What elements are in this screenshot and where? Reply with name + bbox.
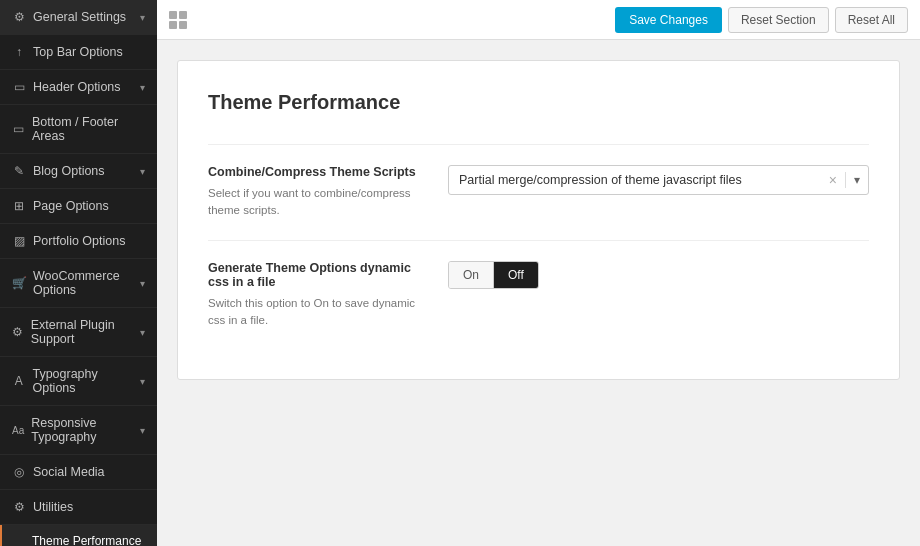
option-control-combine: Partial merge/compression of theme javas… — [448, 165, 869, 195]
chevron-icon-resp-typo: ▾ — [140, 425, 145, 436]
topbar-icon: ↑ — [12, 45, 26, 59]
content-area: Theme Performance Combine/Compress Theme… — [157, 40, 920, 546]
chevron-icon-typo: ▾ — [140, 376, 145, 387]
sidebar-label-portfolio: Portfolio Options — [33, 234, 125, 248]
gear-icon: ⚙ — [12, 10, 26, 24]
sidebar-label-header: Header Options — [33, 80, 121, 94]
typography-icon: A — [12, 374, 25, 388]
woo-icon: 🛒 — [12, 276, 26, 290]
blog-icon: ✎ — [12, 164, 26, 178]
footer-icon: ▭ — [12, 122, 25, 136]
topbar-left — [169, 11, 187, 29]
option-desc-dynamic: Switch this option to On to save dynamic… — [208, 295, 428, 330]
sidebar-label-responsive-typo: Responsive Typography — [31, 416, 140, 444]
option-desc-combine: Select if you want to combine/compress t… — [208, 185, 428, 220]
topbar: Save Changes Reset Section Reset All — [157, 0, 920, 40]
sidebar-label-footer: Bottom / Footer Areas — [32, 115, 145, 143]
header-icon: ▭ — [12, 80, 26, 94]
sidebar-item-page-options[interactable]: ⊞ Page Options — [0, 189, 157, 224]
option-label-area-dynamic: Generate Theme Options dynamic css in a … — [208, 261, 428, 330]
sidebar-label-blog: Blog Options — [33, 164, 105, 178]
sidebar-item-utilities[interactable]: ⚙ Utilities — [0, 490, 157, 525]
sidebar-item-typography-options[interactable]: A Typography Options ▾ — [0, 357, 157, 406]
utilities-icon: ⚙ — [12, 500, 26, 514]
option-label-area-combine: Combine/Compress Theme Scripts Select if… — [208, 165, 428, 220]
sidebar-label-top-bar: Top Bar Options — [33, 45, 123, 59]
sidebar-label-woo: WooCommerce Options — [33, 269, 140, 297]
select-combine-compress[interactable]: Partial merge/compression of theme javas… — [448, 165, 869, 195]
grid-icon — [169, 11, 187, 29]
chevron-icon: ▾ — [140, 12, 145, 23]
topbar-buttons: Save Changes Reset Section Reset All — [615, 7, 908, 33]
social-icon: ◎ — [12, 465, 26, 479]
sidebar-item-header-options[interactable]: ▭ Header Options ▾ — [0, 70, 157, 105]
sidebar-label-page: Page Options — [33, 199, 109, 213]
sidebar-label-social: Social Media — [33, 465, 105, 479]
sidebar-label-typography: Typography Options — [32, 367, 140, 395]
sidebar-subitem-theme-performance[interactable]: Theme Performance — [0, 525, 157, 546]
toggle-on-button[interactable]: On — [449, 262, 494, 288]
option-row-combine-compress: Combine/Compress Theme Scripts Select if… — [208, 144, 869, 240]
sidebar: ⚙ General Settings ▾ ↑ Top Bar Options ▭… — [0, 0, 157, 546]
select-value-combine: Partial merge/compression of theme javas… — [449, 166, 821, 194]
sidebar-item-social-media[interactable]: ◎ Social Media — [0, 455, 157, 490]
sidebar-item-top-bar-options[interactable]: ↑ Top Bar Options — [0, 35, 157, 70]
sidebar-label-general-settings: General Settings — [33, 10, 126, 24]
portfolio-icon: ▨ — [12, 234, 26, 248]
sidebar-item-woocommerce-options[interactable]: 🛒 WooCommerce Options ▾ — [0, 259, 157, 308]
option-control-dynamic: On Off — [448, 261, 869, 289]
subitem-label-theme-performance: Theme Performance — [32, 534, 141, 546]
sidebar-item-general-settings[interactable]: ⚙ General Settings ▾ — [0, 0, 157, 35]
sidebar-item-footer-areas[interactable]: ▭ Bottom / Footer Areas — [0, 105, 157, 154]
page-icon: ⊞ — [12, 199, 26, 213]
plugin-icon: ⚙ — [12, 325, 24, 339]
select-arrow-icon[interactable]: ▾ — [846, 173, 868, 187]
sidebar-item-external-plugin[interactable]: ⚙ External Plugin Support ▾ — [0, 308, 157, 357]
responsive-typo-icon: Aa — [12, 423, 24, 437]
toggle-dynamic-css: On Off — [448, 261, 539, 289]
sidebar-label-plugin: External Plugin Support — [31, 318, 140, 346]
sidebar-item-blog-options[interactable]: ✎ Blog Options ▾ — [0, 154, 157, 189]
chevron-icon-header: ▾ — [140, 82, 145, 93]
page-title: Theme Performance — [208, 91, 869, 114]
chevron-icon-woo: ▾ — [140, 278, 145, 289]
toggle-off-button[interactable]: Off — [494, 262, 538, 288]
sidebar-item-responsive-typography[interactable]: Aa Responsive Typography ▾ — [0, 406, 157, 455]
main-area: Save Changes Reset Section Reset All The… — [157, 0, 920, 546]
sidebar-label-utilities: Utilities — [33, 500, 73, 514]
chevron-icon-blog: ▾ — [140, 166, 145, 177]
option-row-dynamic-css: Generate Theme Options dynamic css in a … — [208, 240, 869, 350]
save-changes-button[interactable]: Save Changes — [615, 7, 722, 33]
reset-all-button[interactable]: Reset All — [835, 7, 908, 33]
reset-section-button[interactable]: Reset Section — [728, 7, 829, 33]
select-clear-icon[interactable]: × — [821, 172, 846, 188]
option-label-dynamic: Generate Theme Options dynamic css in a … — [208, 261, 428, 289]
option-label-combine: Combine/Compress Theme Scripts — [208, 165, 428, 179]
content-panel: Theme Performance Combine/Compress Theme… — [177, 60, 900, 380]
sidebar-item-portfolio-options[interactable]: ▨ Portfolio Options — [0, 224, 157, 259]
chevron-icon-plugin: ▾ — [140, 327, 145, 338]
